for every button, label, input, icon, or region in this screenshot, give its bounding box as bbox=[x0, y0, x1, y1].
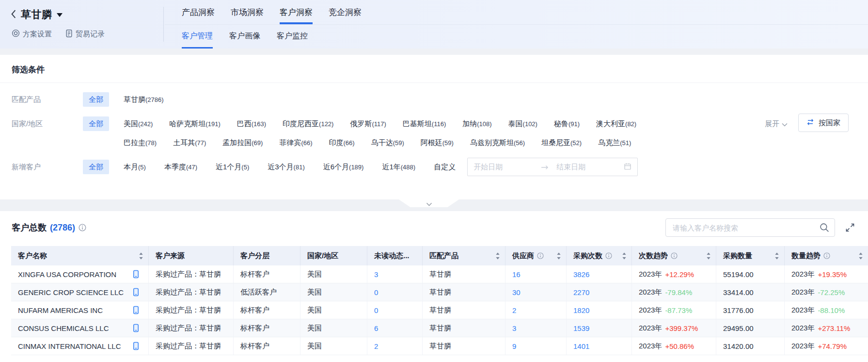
scheme-settings-link[interactable]: 方案设置 bbox=[12, 29, 52, 39]
back-icon[interactable] bbox=[11, 10, 16, 20]
sub-tab[interactable]: 客户画像 bbox=[229, 24, 260, 49]
sort-icon[interactable] bbox=[706, 252, 711, 260]
info-icon[interactable] bbox=[605, 252, 612, 259]
sort-icon[interactable] bbox=[622, 252, 627, 260]
cell-suppliers[interactable]: 9 bbox=[505, 337, 567, 355]
contact-phone-icon[interactable] bbox=[132, 324, 140, 332]
country-filter-option[interactable]: 加纳(108) bbox=[462, 116, 491, 132]
column-header[interactable]: 采购数量 bbox=[716, 246, 785, 265]
chevron-down-icon[interactable] bbox=[57, 13, 63, 20]
cell-unread-updates[interactable]: 2 bbox=[367, 337, 423, 355]
sort-icon[interactable] bbox=[495, 252, 500, 260]
sub-tab[interactable]: 客户管理 bbox=[182, 24, 213, 49]
contact-phone-icon[interactable] bbox=[132, 270, 140, 279]
custom-range-option[interactable]: 自定义 bbox=[434, 160, 456, 174]
fullscreen-icon[interactable] bbox=[845, 222, 855, 233]
country-filter-option[interactable]: 乌干达(59) bbox=[371, 135, 404, 150]
by-country-button[interactable]: 按国家 bbox=[798, 114, 849, 132]
table-row[interactable]: NUFARM AMERICAS INC 采购过产品：草甘膦 标杆客户 美国 0 … bbox=[11, 301, 868, 319]
country-filter-option[interactable]: 阿根廷(59) bbox=[421, 135, 454, 150]
info-icon[interactable] bbox=[671, 252, 678, 259]
country-filter-option[interactable]: 美国(242) bbox=[124, 116, 153, 132]
country-filter-option[interactable]: 印度(66) bbox=[329, 135, 355, 150]
product-filter-option[interactable]: 草甘膦(2786) bbox=[124, 92, 164, 107]
table-row[interactable]: CINMAX INTERNATIONAL LLC 采购过产品：草甘膦 标杆客户 … bbox=[11, 337, 868, 355]
info-icon[interactable] bbox=[537, 252, 544, 259]
table-row[interactable]: CONSUS CHEMICALS LLC 采购过产品：草甘膦 标杆客户 美国 6… bbox=[11, 319, 868, 337]
country-filter-option[interactable]: 乌兹别克斯坦(56) bbox=[470, 135, 525, 150]
column-header[interactable]: 数量趋势 bbox=[785, 246, 868, 265]
table-row[interactable]: GENERIC CROP SCIENCE LLC 采购过产品：草甘膦 低活跃客户… bbox=[11, 283, 868, 301]
trade-records-link[interactable]: 贸易记录 bbox=[65, 29, 105, 39]
cell-customer-name[interactable]: CONSUS CHEMICALS LLC bbox=[11, 319, 149, 337]
country-filter-option[interactable]: 印度尼西亚(122) bbox=[283, 116, 333, 132]
end-date-input[interactable]: 结束日期 bbox=[549, 163, 624, 172]
sort-icon[interactable] bbox=[774, 252, 779, 260]
cell-purchase-count[interactable]: 1820 bbox=[567, 301, 632, 319]
country-filter-option[interactable]: 哈萨克斯坦(191) bbox=[169, 116, 220, 132]
column-header[interactable]: 未读动态... bbox=[367, 246, 423, 265]
column-header[interactable]: 次数趋势 bbox=[632, 246, 716, 265]
cell-suppliers[interactable]: 2 bbox=[505, 301, 567, 319]
country-filter-option[interactable]: 巴西(163) bbox=[237, 116, 266, 132]
country-filter-option[interactable]: 俄罗斯(117) bbox=[350, 116, 386, 132]
new-customer-filter-option[interactable]: 本月(5) bbox=[124, 160, 146, 175]
main-tab[interactable]: 市场洞察 bbox=[231, 0, 264, 24]
info-icon[interactable] bbox=[823, 252, 830, 259]
cell-suppliers[interactable]: 16 bbox=[505, 265, 567, 283]
cell-purchase-count[interactable]: 3826 bbox=[567, 265, 632, 283]
start-date-input[interactable]: 开始日期 bbox=[473, 163, 541, 172]
main-tab[interactable]: 产品洞察 bbox=[182, 0, 215, 24]
cell-customer-name[interactable]: XINGFA USA CORPORATION bbox=[11, 265, 149, 283]
cell-customer-name[interactable]: GENERIC CROP SCIENCE LLC bbox=[11, 283, 149, 301]
column-header[interactable]: 采购次数 bbox=[567, 246, 632, 265]
country-filter-option[interactable]: 土耳其(77) bbox=[173, 135, 206, 150]
column-header[interactable]: 供应商 bbox=[505, 246, 567, 265]
new-customer-filter-option[interactable]: 近6个月(189) bbox=[323, 160, 364, 175]
table-row[interactable]: XINGFA USA CORPORATION 采购过产品：草甘膦 标杆客户 美国… bbox=[11, 265, 868, 283]
sort-icon[interactable] bbox=[556, 252, 561, 260]
contact-phone-icon[interactable] bbox=[132, 342, 140, 350]
country-filter-option[interactable]: 坦桑尼亚(52) bbox=[541, 135, 582, 150]
column-header[interactable]: 国家/地区 bbox=[300, 246, 367, 265]
cell-purchase-count[interactable]: 2270 bbox=[567, 283, 632, 301]
country-filter-option[interactable]: 乌克兰(51) bbox=[598, 135, 631, 150]
cell-customer-name[interactable]: NUFARM AMERICAS INC bbox=[11, 301, 149, 319]
new-customer-filter-option[interactable]: 近1年(488) bbox=[382, 160, 415, 175]
filter-all-chip[interactable]: 全部 bbox=[83, 116, 109, 131]
filter-all-chip[interactable]: 全部 bbox=[83, 92, 109, 107]
contact-phone-icon[interactable] bbox=[132, 288, 140, 296]
cell-unread-updates[interactable]: 0 bbox=[367, 283, 423, 301]
country-filter-option[interactable]: 巴基斯坦(116) bbox=[403, 116, 446, 132]
sub-tab[interactable]: 客户监控 bbox=[277, 24, 308, 49]
main-tab[interactable]: 竞企洞察 bbox=[329, 0, 362, 24]
cell-unread-updates[interactable]: 3 bbox=[367, 265, 423, 283]
cell-purchase-count[interactable]: 1539 bbox=[567, 319, 632, 337]
cell-unread-updates[interactable]: 6 bbox=[367, 319, 423, 337]
cell-suppliers[interactable]: 3 bbox=[505, 319, 567, 337]
sort-icon[interactable] bbox=[139, 252, 143, 260]
new-customer-filter-option[interactable]: 近3个月(81) bbox=[268, 160, 304, 175]
info-icon[interactable] bbox=[79, 224, 86, 231]
country-filter-option[interactable]: 巴拉圭(78) bbox=[124, 135, 157, 150]
cell-unread-updates[interactable]: 0 bbox=[367, 301, 423, 319]
new-customer-filter-option[interactable]: 本季度(47) bbox=[164, 160, 197, 175]
search-input[interactable] bbox=[665, 218, 835, 237]
sort-icon[interactable] bbox=[858, 252, 863, 260]
new-customer-filter-option[interactable]: 近1个月(5) bbox=[216, 160, 249, 175]
column-header[interactable]: 客户分层 bbox=[234, 246, 300, 265]
cell-customer-name[interactable]: CINMAX INTERNATIONAL LLC bbox=[11, 337, 149, 355]
filter-all-chip[interactable]: 全部 bbox=[83, 160, 109, 174]
search-icon[interactable] bbox=[819, 222, 829, 234]
column-header[interactable]: 客户名称 bbox=[11, 246, 149, 265]
country-filter-option[interactable]: 秘鲁(91) bbox=[554, 116, 580, 132]
cell-suppliers[interactable]: 30 bbox=[505, 283, 567, 301]
expand-link[interactable]: 展开 bbox=[765, 119, 788, 129]
country-filter-option[interactable]: 泰国(102) bbox=[508, 116, 537, 132]
column-header[interactable]: 客户来源 bbox=[149, 246, 234, 265]
product-switcher[interactable]: 草甘膦 bbox=[11, 8, 63, 21]
country-filter-option[interactable]: 澳大利亚(82) bbox=[596, 116, 636, 132]
column-header[interactable]: 匹配产品 bbox=[423, 246, 505, 265]
contact-phone-icon[interactable] bbox=[132, 306, 140, 314]
main-tab[interactable]: 客户洞察 bbox=[280, 0, 313, 24]
